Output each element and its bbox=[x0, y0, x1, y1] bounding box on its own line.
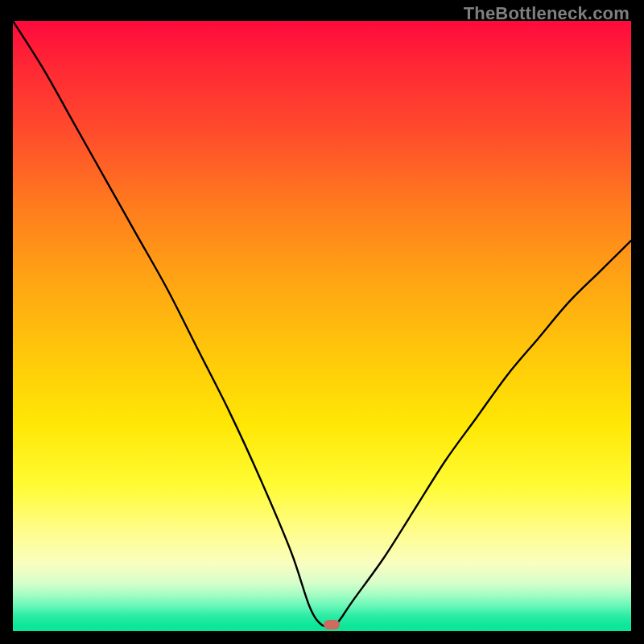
chart-frame: TheBottleneck.com bbox=[0, 0, 644, 644]
watermark-text: TheBottleneck.com bbox=[464, 3, 630, 24]
minimum-marker bbox=[324, 620, 340, 630]
bottleneck-curve bbox=[13, 21, 631, 631]
